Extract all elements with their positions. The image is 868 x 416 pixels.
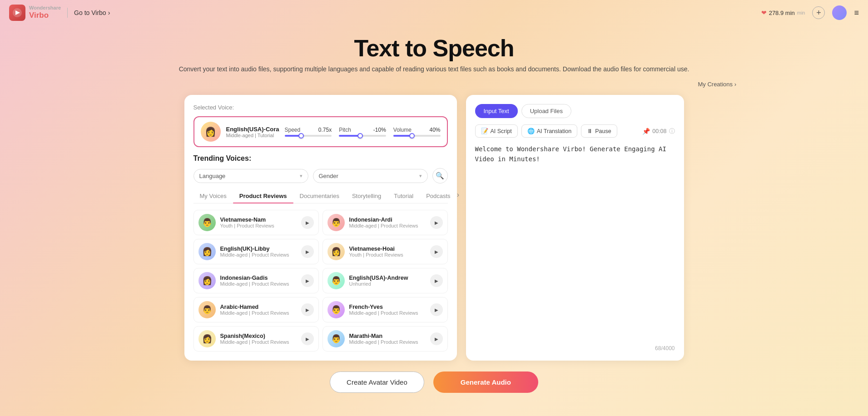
- char-count: 68/4000: [475, 345, 675, 352]
- list-item[interactable]: 👨 French-Yves Middle-aged | Product Revi…: [322, 297, 448, 322]
- play-button[interactable]: ▶: [430, 274, 443, 287]
- tabs-more-chevron[interactable]: ›: [457, 191, 459, 203]
- tab-my-voices[interactable]: My Voices: [193, 190, 233, 203]
- voice-meta: Middle-aged | Product Reviews: [349, 223, 426, 228]
- list-item[interactable]: 👩 Indonesian-Gadis Middle-aged | Product…: [193, 268, 319, 293]
- pitch-value: -10%: [373, 127, 386, 133]
- voice-search-button[interactable]: 🔍: [432, 168, 448, 183]
- page-header: Text to Speech Convert your text into au…: [0, 25, 868, 77]
- list-item[interactable]: 👨 Arabic-Hamed Middle-aged | Product Rev…: [193, 297, 319, 322]
- minutes-badge: ❤ 278.9 min min: [761, 9, 805, 16]
- pitch-slider[interactable]: [339, 135, 386, 137]
- play-button[interactable]: ▶: [301, 274, 314, 287]
- play-button[interactable]: ▶: [430, 303, 443, 316]
- volume-control: Volume 40%: [393, 127, 441, 137]
- voice-name: French-Yves: [349, 304, 426, 310]
- voice-info: English(UK)-Libby Middle-aged | Product …: [220, 246, 297, 258]
- volume-slider[interactable]: [393, 135, 441, 137]
- tab-upload-files[interactable]: Upload Files: [521, 104, 571, 118]
- speed-value: 0.75x: [318, 127, 332, 133]
- voice-name: Vietnamese-Hoai: [349, 246, 426, 252]
- text-input[interactable]: Welcome to Wondershare Virbo! Generate E…: [475, 142, 675, 342]
- user-avatar[interactable]: [832, 5, 847, 20]
- list-item[interactable]: 👨 Vietnamese-Nam Youth | Product Reviews…: [193, 210, 319, 235]
- list-item[interactable]: 👩 English(UK)-Libby Middle-aged | Produc…: [193, 239, 319, 264]
- pin-icon[interactable]: 📌: [642, 128, 650, 135]
- voice-sliders: Speed 0.75x Pitch -10%: [285, 127, 441, 137]
- language-filter[interactable]: Language ▾: [193, 169, 308, 183]
- page-title: Text to Speech: [0, 35, 868, 62]
- voice-meta: Middle-aged | Product Reviews: [220, 281, 297, 287]
- speed-label: Speed: [285, 127, 301, 133]
- voice-info: Marathi-Man Middle-aged | Product Review…: [349, 333, 426, 345]
- list-item[interactable]: 👨 English(USA)-Andrew Unhurried ▶: [322, 268, 448, 293]
- page-subtitle: Convert your text into audio files, supp…: [0, 65, 868, 73]
- voice-avatar: 👩: [327, 243, 345, 260]
- generate-audio-button[interactable]: Generate Audio: [433, 371, 538, 393]
- voice-info: Spanish(Mexico) Middle-aged | Product Re…: [220, 333, 297, 345]
- voices-grid: 👨 Vietnamese-Nam Youth | Product Reviews…: [193, 210, 448, 352]
- voice-info: Vietnamese-Hoai Youth | Product Reviews: [349, 246, 426, 258]
- tab-tutorial[interactable]: Tutorial: [387, 190, 420, 203]
- pitch-control: Pitch -10%: [339, 127, 386, 137]
- play-button[interactable]: ▶: [430, 216, 443, 229]
- list-item[interactable]: 👩 Vietnamese-Hoai Youth | Product Review…: [322, 239, 448, 264]
- ai-script-icon: 📝: [481, 128, 488, 134]
- play-button[interactable]: ▶: [301, 303, 314, 316]
- volume-label: Volume: [393, 127, 412, 133]
- play-button[interactable]: ▶: [301, 245, 314, 258]
- speed-slider[interactable]: [285, 135, 332, 137]
- list-item[interactable]: 👨 Marathi-Man Middle-aged | Product Revi…: [322, 326, 448, 352]
- voice-meta: Middle-aged | Product Reviews: [220, 252, 297, 258]
- play-button[interactable]: ▶: [301, 216, 314, 229]
- speed-control: Speed 0.75x: [285, 127, 332, 137]
- volume-value: 40%: [429, 127, 440, 133]
- nav-divider: [67, 8, 68, 18]
- ai-translation-icon: 🌐: [527, 128, 535, 134]
- voice-name: Indonesian-Gadis: [220, 275, 297, 281]
- tab-storytelling[interactable]: Storytelling: [346, 190, 387, 203]
- help-icon[interactable]: ⓘ: [669, 127, 675, 135]
- play-button[interactable]: ▶: [430, 245, 443, 258]
- voice-avatar: 👨: [327, 272, 345, 289]
- list-item[interactable]: 👩 Spanish(Mexico) Middle-aged | Product …: [193, 326, 319, 352]
- ai-translation-button[interactable]: 🌐 AI Translation: [521, 124, 577, 138]
- logo-area[interactable]: Wondershare Virbo: [9, 5, 61, 21]
- voice-name: Spanish(Mexico): [220, 333, 297, 339]
- tab-podcasts[interactable]: Podcasts: [420, 190, 456, 203]
- pause-button[interactable]: ⏸ Pause: [581, 124, 617, 138]
- topnav: Wondershare Virbo Go to Virbo › ❤ 278.9 …: [0, 0, 868, 25]
- voice-meta: Middle-aged | Product Reviews: [349, 310, 426, 316]
- voice-avatar: 👨: [327, 330, 345, 347]
- heart-icon: ❤: [761, 9, 767, 16]
- voice-meta: Youth | Product Reviews: [220, 223, 297, 228]
- my-creations-link[interactable]: My Creations ›: [0, 81, 868, 88]
- ai-script-button[interactable]: 📝 AI Script: [475, 124, 518, 138]
- voice-name: Arabic-Hamed: [220, 304, 297, 310]
- create-avatar-video-button[interactable]: Create Avatar Video: [330, 371, 424, 393]
- list-item[interactable]: 👨 Indonesian-Ardi Middle-aged | Product …: [322, 210, 448, 235]
- pitch-label: Pitch: [339, 127, 351, 133]
- play-button[interactable]: ▶: [301, 332, 314, 345]
- virbo-logo-icon: [9, 5, 25, 21]
- left-panel: Selected Voice: 👩 English(USA)-Cora Midd…: [184, 95, 457, 361]
- nav-right: ❤ 278.9 min min + ≡: [761, 5, 859, 20]
- voice-name: English(USA)-Andrew: [349, 275, 426, 281]
- voice-info: Indonesian-Gadis Middle-aged | Product R…: [220, 275, 297, 287]
- right-toolbar: 📝 AI Script 🌐 AI Translation ⏸ Pause 📌 0…: [475, 124, 675, 138]
- voice-avatar: 👨: [327, 214, 345, 231]
- add-minutes-button[interactable]: +: [812, 6, 825, 19]
- selected-voice-avatar: 👩: [201, 122, 221, 142]
- voice-info: Indonesian-Ardi Middle-aged | Product Re…: [349, 217, 426, 228]
- tab-documentaries[interactable]: Documentaries: [293, 190, 346, 203]
- voice-avatar: 👨: [327, 301, 345, 318]
- right-tabs: Input Text Upload Files: [475, 104, 675, 118]
- gender-filter[interactable]: Gender ▾: [313, 169, 428, 183]
- selected-voice-label: Selected Voice:: [193, 104, 448, 111]
- go-to-virbo-link[interactable]: Go to Virbo ›: [74, 9, 110, 16]
- voice-info: Arabic-Hamed Middle-aged | Product Revie…: [220, 304, 297, 316]
- tab-product-reviews[interactable]: Product Reviews: [233, 190, 293, 203]
- tab-input-text[interactable]: Input Text: [475, 104, 518, 118]
- menu-button[interactable]: ≡: [854, 8, 859, 18]
- play-button[interactable]: ▶: [430, 332, 443, 345]
